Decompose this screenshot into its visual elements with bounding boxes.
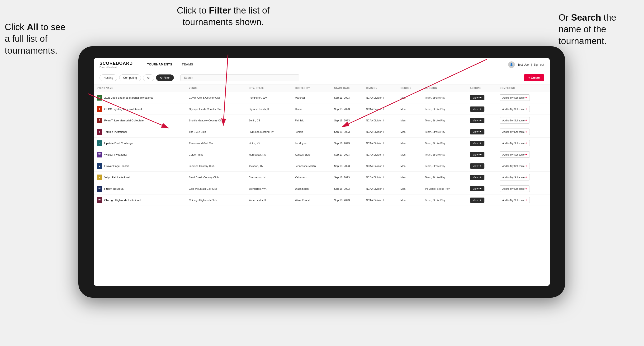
col-city-state: CITY, STATE — [246, 84, 292, 92]
team-logo-5: W — [97, 152, 102, 158]
add-schedule-button-0[interactable]: Add to My Schedule + — [500, 94, 530, 101]
view-button-8[interactable]: View 👁 — [470, 186, 484, 191]
view-button-4[interactable]: View 👁 — [470, 141, 484, 146]
view-button-0[interactable]: View 👁 — [470, 95, 484, 100]
view-button-1[interactable]: View 👁 — [470, 107, 484, 112]
filter-button[interactable]: ⚙ Filter — [156, 74, 174, 81]
eye-icon-9: 👁 — [480, 199, 482, 201]
app-header: SCOREBOARD Powered by clippd TOURNAMENTS… — [94, 58, 550, 71]
actions-cell-6: View 👁 — [467, 160, 497, 172]
division-cell-1: NCAA Division I — [363, 103, 398, 115]
venue-cell-4: Ravenwood Golf Club — [186, 138, 246, 149]
view-button-3[interactable]: View 👁 — [470, 129, 484, 135]
event-link-9[interactable]: Chicago Highlands Invitational — [104, 199, 141, 201]
start-date-cell-5: Sep 17, 2023 — [331, 149, 363, 160]
start-date-cell-4: Sep 16, 2023 — [331, 138, 363, 149]
division-cell-2: NCAA Division I — [363, 115, 398, 126]
event-link-1[interactable]: OFCC Fighting Illini Invitational — [104, 108, 142, 111]
eye-icon-3: 👁 — [480, 131, 482, 133]
actions-cell-1: View 👁 — [467, 103, 497, 115]
tablet-frame: SCOREBOARD Powered by clippd TOURNAMENTS… — [78, 46, 565, 298]
start-date-cell-9: Sep 18, 2023 — [331, 194, 363, 206]
scoring-cell-0: Team, Stroke Play — [422, 92, 467, 103]
col-start-date: START DATE — [331, 84, 363, 92]
gender-cell-7: Men — [398, 172, 422, 183]
competing-cell-5: Add to My Schedule + — [497, 149, 550, 160]
hosting-button[interactable]: Hosting — [100, 74, 117, 81]
event-name-cell-4: U Upstate Dual Challenge — [94, 138, 186, 149]
header-right: 👤 Test User | Sign out — [508, 61, 544, 68]
eye-icon-2: 👁 — [480, 119, 482, 122]
scoring-cell-1: Team, Stroke Play — [422, 103, 467, 115]
actions-cell-9: View 👁 — [467, 194, 497, 206]
hosted-by-cell-0: Marshall — [292, 92, 331, 103]
plus-icon-8: + — [525, 187, 527, 190]
view-button-5[interactable]: View 👁 — [470, 152, 484, 157]
team-logo-9: W — [97, 197, 102, 203]
venue-cell-8: Gold Mountain Golf Club — [186, 183, 246, 194]
event-link-0[interactable]: 2023 Joe Feaganes Marshall Invitational — [104, 96, 154, 99]
team-logo-1: I — [97, 106, 102, 112]
event-link-5[interactable]: Wildcat Invitational — [104, 153, 127, 156]
hosted-by-cell-1: Illinois — [292, 103, 331, 115]
add-schedule-button-2[interactable]: Add to My Schedule + — [500, 117, 530, 124]
hosted-by-cell-3: Temple — [292, 126, 331, 138]
add-schedule-button-3[interactable]: Add to My Schedule + — [500, 129, 530, 135]
scoring-cell-9: Team, Stroke Play — [422, 194, 467, 206]
view-button-2[interactable]: View 👁 — [470, 118, 484, 123]
add-schedule-button-6[interactable]: Add to My Schedule + — [500, 163, 530, 169]
view-button-9[interactable]: View 👁 — [470, 197, 484, 203]
scoring-cell-2: Team, Stroke Play — [422, 115, 467, 126]
create-button[interactable]: + Create — [524, 74, 544, 81]
filter-bar: Hosting Competing All ⚙ Filter + Create — [94, 71, 550, 84]
event-link-2[interactable]: Ryan T. Lee Memorial Collegiate — [104, 119, 144, 122]
venue-cell-9: Chicago Highlands Club — [186, 194, 246, 206]
actions-cell-0: View 👁 — [467, 92, 497, 103]
venue-cell-7: Sand Creek Country Club — [186, 172, 246, 183]
competing-cell-8: Add to My Schedule + — [497, 183, 550, 194]
event-name-cell-6: V Grover Page Classic — [94, 160, 186, 172]
add-schedule-button-4[interactable]: Add to My Schedule + — [500, 140, 530, 146]
sign-out-link[interactable]: Sign out — [534, 63, 544, 66]
city-state-cell-1: Olympia Fields, IL — [246, 103, 292, 115]
event-link-6[interactable]: Grover Page Classic — [104, 165, 129, 168]
col-venue: VENUE — [186, 84, 246, 92]
event-link-7[interactable]: Valpo Fall Invitational — [104, 176, 130, 179]
division-cell-4: NCAA Division I — [363, 138, 398, 149]
competing-button[interactable]: Competing — [119, 74, 141, 81]
start-date-cell-6: Sep 18, 2023 — [331, 160, 363, 172]
tab-teams[interactable]: TEAMS — [177, 58, 198, 71]
event-name-cell-2: F Ryan T. Lee Memorial Collegiate — [94, 115, 186, 126]
event-link-3[interactable]: Temple Invitational — [104, 130, 127, 133]
add-schedule-button-7[interactable]: Add to My Schedule + — [500, 174, 530, 180]
event-link-8[interactable]: Husky Individual — [104, 187, 124, 190]
event-link-4[interactable]: Upstate Dual Challenge — [104, 142, 133, 145]
actions-cell-4: View 👁 — [467, 138, 497, 149]
add-schedule-button-8[interactable]: Add to My Schedule + — [500, 185, 530, 192]
division-cell-9: NCAA Division I — [363, 194, 398, 206]
add-schedule-button-1[interactable]: Add to My Schedule + — [500, 106, 530, 112]
competing-cell-0: Add to My Schedule + — [497, 92, 550, 103]
all-button[interactable]: All — [143, 74, 154, 81]
annotation-topleft: Click All to see a full list of tourname… — [5, 21, 71, 56]
division-cell-6: NCAA Division I — [363, 160, 398, 172]
scoring-cell-6: Team, Stroke Play — [422, 160, 467, 172]
add-schedule-button-5[interactable]: Add to My Schedule + — [500, 151, 530, 158]
col-event-name: EVENT NAME — [94, 84, 186, 92]
view-button-7[interactable]: View 👁 — [470, 175, 484, 180]
gender-cell-9: Men — [398, 194, 422, 206]
scoring-cell-4: Team, Stroke Play — [422, 138, 467, 149]
actions-cell-5: View 👁 — [467, 149, 497, 160]
view-button-6[interactable]: View 👁 — [470, 164, 484, 169]
add-schedule-button-9[interactable]: Add to My Schedule + — [500, 197, 530, 203]
tab-tournaments[interactable]: TOURNAMENTS — [142, 58, 177, 71]
search-input[interactable] — [180, 74, 299, 81]
city-state-cell-2: Berlin, CT — [246, 115, 292, 126]
city-state-cell-8: Bremerton, WA — [246, 183, 292, 194]
col-competing: COMPETING — [497, 84, 550, 92]
nav-tabs: TOURNAMENTS TEAMS — [142, 58, 198, 71]
logo-sub: Powered by clippd — [100, 66, 133, 68]
table-container[interactable]: EVENT NAME VENUE CITY, STATE HOSTED BY S… — [94, 84, 550, 286]
annotation-topright: Or Search the name of the tournament. — [558, 12, 639, 47]
competing-cell-1: Add to My Schedule + — [497, 103, 550, 115]
